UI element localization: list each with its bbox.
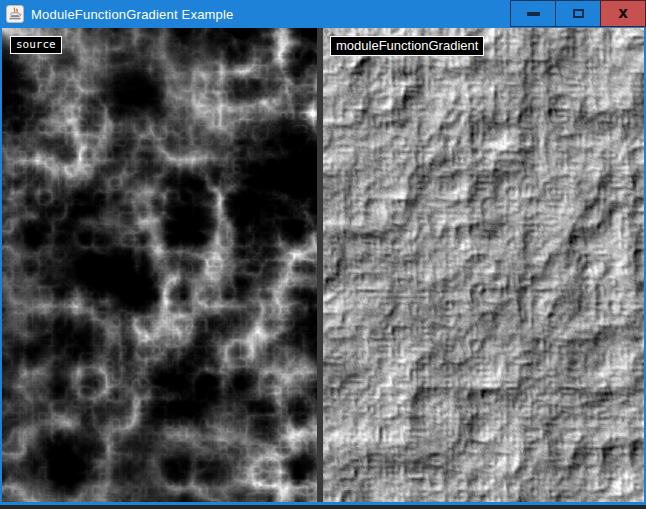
window-title: ModuleFunctionGradient Example: [31, 7, 510, 22]
window-controls: x: [510, 0, 646, 28]
close-icon: x: [618, 6, 628, 21]
app-window: ModuleFunctionGradient Example x source …: [0, 0, 646, 505]
gradient-image-label: moduleFunctionGradient: [330, 36, 484, 56]
source-image-panel: source: [2, 28, 317, 502]
content-area: source moduleFunctionGradient: [2, 28, 644, 502]
titlebar[interactable]: ModuleFunctionGradient Example x: [0, 0, 646, 28]
maximize-icon: [573, 9, 584, 18]
close-button[interactable]: x: [600, 0, 646, 27]
java-coffee-cup-icon: [6, 5, 24, 23]
desktop-background-strip: [0, 505, 646, 509]
maximize-button[interactable]: [555, 0, 601, 27]
source-image-canvas: [2, 28, 317, 502]
gradient-image-panel: moduleFunctionGradient: [323, 28, 644, 502]
minimize-icon: [527, 12, 540, 16]
module-function-gradient-canvas: [323, 28, 644, 502]
minimize-button[interactable]: [510, 0, 556, 27]
source-image-label: source: [10, 36, 62, 54]
